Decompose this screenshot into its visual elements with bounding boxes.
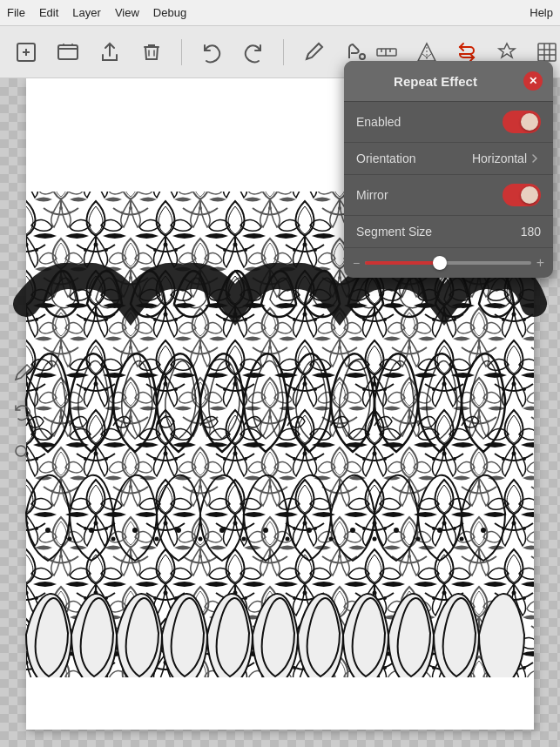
mirror-label: Mirror bbox=[356, 188, 388, 202]
slider-max-icon[interactable]: + bbox=[536, 255, 544, 271]
share-icon[interactable] bbox=[94, 37, 125, 68]
svg-point-21 bbox=[219, 528, 225, 533]
slider-thumb[interactable] bbox=[433, 256, 447, 270]
redo-icon[interactable] bbox=[238, 37, 269, 68]
svg-point-20 bbox=[176, 528, 181, 533]
svg-point-18 bbox=[89, 528, 94, 533]
pencil-left-icon[interactable] bbox=[9, 359, 37, 387]
menu-edit[interactable]: Edit bbox=[39, 6, 58, 19]
svg-point-27 bbox=[481, 528, 486, 533]
menu-layer[interactable]: Layer bbox=[72, 6, 101, 19]
menu-items: File Edit Layer View Debug bbox=[7, 6, 530, 19]
segment-size-label: Segment Size bbox=[356, 225, 432, 239]
left-tools-panel bbox=[9, 359, 37, 467]
zoom-left-icon[interactable] bbox=[9, 439, 37, 467]
undo-icon[interactable] bbox=[196, 37, 227, 68]
menu-file[interactable]: File bbox=[7, 6, 25, 19]
svg-point-25 bbox=[394, 528, 399, 533]
svg-point-2 bbox=[360, 54, 365, 59]
slider-min-icon[interactable]: − bbox=[353, 256, 360, 270]
orientation-row: Orientation Horizontal bbox=[344, 143, 553, 175]
menu-debug[interactable]: Debug bbox=[153, 6, 186, 19]
svg-point-17 bbox=[45, 528, 51, 533]
svg-rect-5 bbox=[538, 44, 556, 61]
svg-point-31 bbox=[199, 537, 203, 542]
segment-size-row: Segment Size 180 bbox=[344, 216, 553, 248]
svg-point-24 bbox=[350, 528, 355, 533]
svg-point-29 bbox=[111, 537, 116, 542]
svg-rect-1 bbox=[58, 45, 78, 59]
mirror-row: Mirror bbox=[344, 175, 553, 216]
enabled-toggle[interactable] bbox=[503, 111, 541, 133]
repeat-effect-panel: Repeat Effect ✕ Enabled Orientation Hori… bbox=[344, 61, 553, 278]
toolbar-left-group bbox=[10, 37, 371, 68]
enabled-label: Enabled bbox=[356, 115, 401, 129]
svg-point-32 bbox=[242, 537, 246, 542]
svg-point-23 bbox=[307, 528, 312, 533]
svg-point-28 bbox=[68, 537, 72, 542]
pencil-icon[interactable] bbox=[298, 37, 329, 68]
svg-point-38 bbox=[16, 446, 26, 456]
svg-point-26 bbox=[437, 528, 442, 533]
menu-bar: File Edit Layer View Debug Help bbox=[0, 0, 560, 26]
panel-title: Repeat Effect bbox=[354, 74, 516, 89]
orientation-label: Orientation bbox=[356, 151, 415, 165]
chevron-right-icon bbox=[529, 152, 541, 165]
slider-row: − + bbox=[344, 248, 553, 278]
segment-slider[interactable] bbox=[365, 261, 530, 265]
segment-size-value: 180 bbox=[521, 225, 541, 239]
svg-point-19 bbox=[132, 528, 138, 533]
undo-left-icon[interactable] bbox=[9, 399, 37, 427]
delete-icon[interactable] bbox=[136, 37, 167, 68]
enabled-row: Enabled bbox=[344, 102, 553, 143]
svg-point-34 bbox=[329, 537, 334, 542]
svg-point-30 bbox=[155, 537, 159, 542]
mirror-toggle[interactable] bbox=[503, 184, 541, 206]
svg-rect-3 bbox=[377, 49, 396, 56]
menu-help[interactable]: Help bbox=[530, 6, 553, 19]
svg-point-37 bbox=[460, 537, 464, 542]
slider-fill bbox=[365, 261, 440, 265]
svg-point-35 bbox=[373, 537, 377, 542]
menu-view[interactable]: View bbox=[115, 6, 139, 19]
svg-point-36 bbox=[416, 537, 421, 542]
svg-point-33 bbox=[286, 537, 290, 542]
new-icon[interactable] bbox=[10, 37, 42, 68]
panel-close-button[interactable]: ✕ bbox=[523, 71, 543, 91]
panel-header: Repeat Effect ✕ bbox=[344, 61, 553, 102]
orientation-value[interactable]: Horizontal bbox=[472, 151, 541, 165]
open-icon[interactable] bbox=[52, 37, 84, 68]
svg-point-22 bbox=[263, 528, 268, 533]
